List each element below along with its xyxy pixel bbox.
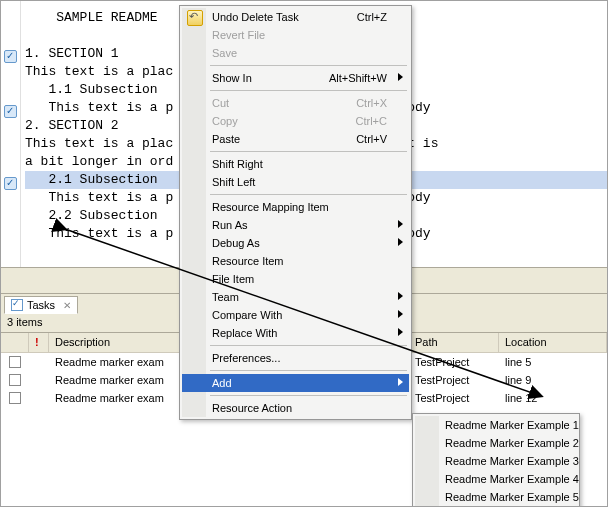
menu-item-preferences[interactable]: Preferences... [182,349,409,367]
submenu-arrow-icon [398,73,403,81]
menu-item-label: Resource Action [212,402,292,414]
menu-item-team[interactable]: Team [182,288,409,306]
submenu-arrow-icon [398,292,403,300]
submenu-item[interactable]: Readme Marker Example 2 [415,434,577,452]
close-icon[interactable]: ✕ [63,300,71,311]
task-checkbox[interactable] [9,356,21,368]
menu-item-label: Readme Marker Example 3 [445,455,579,467]
submenu-item[interactable]: Readme Marker Example 1 [415,416,577,434]
submenu-arrow-icon [398,310,403,318]
menu-item-label: Cut [212,97,229,109]
menu-item-replace-with[interactable]: Replace With [182,324,409,342]
menu-item-label: Resource Item [212,255,284,267]
menu-item-shift-left[interactable]: Shift Left [182,173,409,191]
task-location: line 9 [499,374,607,386]
menu-item-resource-mapping-item[interactable]: Resource Mapping Item [182,198,409,216]
add-submenu[interactable]: Readme Marker Example 1Readme Marker Exa… [412,413,580,507]
menu-item-label: Revert File [212,29,265,41]
context-menu[interactable]: Undo Delete TaskCtrl+ZRevert FileSaveSho… [179,5,412,420]
gutter-marker-icon[interactable] [4,105,17,118]
menu-item-shift-right[interactable]: Shift Right [182,155,409,173]
menu-separator [210,370,407,371]
submenu-arrow-icon [398,220,403,228]
task-path: TestProject [409,356,499,368]
menu-item-label: Replace With [212,327,277,339]
menu-item-label: Readme Marker Example 4 [445,473,579,485]
menu-separator [210,65,407,66]
submenu-item[interactable]: Readme Marker Example 5 [415,488,577,506]
menu-item-copy: CopyCtrl+C [182,112,409,130]
menu-item-add[interactable]: Add [182,374,409,392]
undo-icon [187,10,203,26]
menu-accelerator: Ctrl+X [356,97,387,109]
menu-item-label: Run As [212,219,247,231]
menu-item-label: File Item [212,273,254,285]
task-location: line 12 [499,392,607,404]
menu-item-label: Copy [212,115,238,127]
submenu-arrow-icon [398,378,403,386]
menu-item-run-as[interactable]: Run As [182,216,409,234]
menu-item-label: Show In [212,72,252,84]
task-location: line 5 [499,356,607,368]
menu-item-save: Save [182,44,409,62]
menu-item-label: Save [212,47,237,59]
tasks-icon [11,299,23,311]
menu-item-show-in[interactable]: Show InAlt+Shift+W [182,69,409,87]
menu-item-undo-delete-task[interactable]: Undo Delete TaskCtrl+Z [182,8,409,26]
menu-item-label: Compare With [212,309,282,321]
menu-accelerator: Alt+Shift+W [329,72,387,84]
submenu-arrow-icon [398,328,403,336]
submenu-item[interactable]: Readme Marker Example 3 [415,452,577,470]
gutter-marker-icon[interactable] [4,50,17,63]
menu-separator [210,194,407,195]
menu-item-debug-as[interactable]: Debug As [182,234,409,252]
submenu-arrow-icon [398,238,403,246]
menu-item-revert-file: Revert File [182,26,409,44]
tasks-count: 3 items [7,316,42,328]
menu-item-label: Preferences... [212,352,280,364]
submenu-item[interactable]: Readme Marker Example 4 [415,470,577,488]
task-checkbox[interactable] [9,374,21,386]
tasks-tab-label: Tasks [27,299,55,311]
menu-item-label: Shift Left [212,176,255,188]
menu-item-label: Readme Marker Example 5 [445,491,579,503]
col-path[interactable]: Path [409,333,499,352]
menu-item-resource-item[interactable]: Resource Item [182,252,409,270]
menu-item-cut: CutCtrl+X [182,94,409,112]
menu-item-file-item[interactable]: File Item [182,270,409,288]
col-priority[interactable] [29,333,49,352]
menu-item-label: Readme Marker Example 2 [445,437,579,449]
menu-item-paste[interactable]: PasteCtrl+V [182,130,409,148]
editor-gutter [1,1,21,293]
menu-separator [210,151,407,152]
menu-separator [210,90,407,91]
task-path: TestProject [409,392,499,404]
menu-separator [210,395,407,396]
menu-accelerator: Ctrl+C [356,115,387,127]
menu-item-label: Undo Delete Task [212,11,299,23]
gutter-marker-icon[interactable] [4,177,17,190]
menu-item-label: Shift Right [212,158,263,170]
menu-item-label: Paste [212,133,240,145]
menu-item-label: Debug As [212,237,260,249]
task-checkbox[interactable] [9,392,21,404]
menu-item-label: Readme Marker Example 1 [445,419,579,431]
menu-item-resource-action[interactable]: Resource Action [182,399,409,417]
menu-item-compare-with[interactable]: Compare With [182,306,409,324]
menu-item-label: Resource Mapping Item [212,201,329,213]
menu-separator [210,345,407,346]
col-complete[interactable] [1,333,29,352]
menu-accelerator: Ctrl+Z [357,11,387,23]
tasks-tab[interactable]: Tasks ✕ [4,296,78,314]
menu-accelerator: Ctrl+V [356,133,387,145]
col-location[interactable]: Location [499,333,607,352]
task-path: TestProject [409,374,499,386]
menu-item-label: Add [212,377,232,389]
menu-item-label: Team [212,291,239,303]
